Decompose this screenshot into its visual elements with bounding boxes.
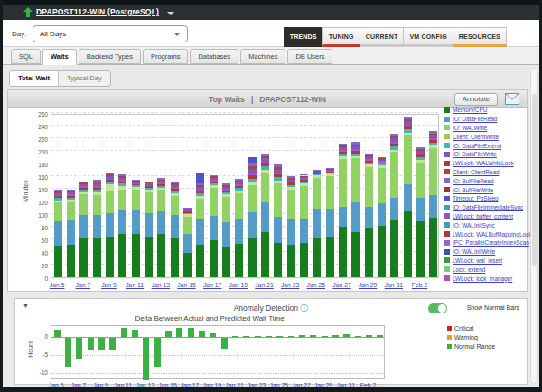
- wait-bar-segment[interactable]: [157, 188, 165, 191]
- subtab-programs[interactable]: Programs: [143, 49, 189, 64]
- wait-bar-segment[interactable]: [183, 234, 192, 253]
- anomaly-bar[interactable]: [299, 335, 305, 337]
- wait-bar-segment[interactable]: [93, 186, 101, 188]
- wait-bar-segment[interactable]: [313, 238, 321, 277]
- legend-link[interactable]: Client: ClientWrite: [453, 134, 499, 140]
- legend-item[interactable]: LWLock: lock_manager: [444, 274, 531, 283]
- wait-bar-segment[interactable]: [157, 190, 165, 210]
- wait-bar-segment[interactable]: [351, 149, 360, 151]
- wait-bar-segment[interactable]: [248, 157, 257, 163]
- wait-bar-segment[interactable]: [235, 182, 243, 184]
- anomaly-bar[interactable]: [210, 333, 216, 337]
- x-tick-label[interactable]: Jan 21: [255, 282, 273, 288]
- wait-bar-segment[interactable]: [67, 190, 75, 191]
- wait-bar-segment[interactable]: [222, 197, 230, 222]
- wait-bar-segment[interactable]: [222, 247, 230, 277]
- legend-item[interactable]: IO: BufFileRead: [444, 176, 531, 185]
- wait-bar-segment[interactable]: [390, 136, 398, 139]
- wait-bar-segment[interactable]: [300, 182, 308, 183]
- wait-bar-segment[interactable]: [261, 158, 269, 161]
- wait-bar-segment[interactable]: [132, 182, 140, 183]
- wait-bar-segment[interactable]: [93, 183, 101, 186]
- wait-bar-segment[interactable]: [210, 180, 218, 182]
- wait-bar-segment[interactable]: [235, 244, 243, 277]
- wait-bar-segment[interactable]: [171, 191, 179, 193]
- wait-bar-segment[interactable]: [261, 166, 269, 170]
- wait-bar-segment[interactable]: [54, 196, 62, 198]
- subtab-sql[interactable]: SQL: [11, 49, 41, 64]
- wait-bar-segment[interactable]: [326, 171, 334, 172]
- wait-bar-segment[interactable]: [67, 198, 75, 200]
- wait-bar-segment[interactable]: [79, 186, 88, 188]
- anomaly-bar[interactable]: [121, 328, 127, 337]
- main-tab-tuning[interactable]: TUNING: [322, 27, 360, 47]
- wait-bar-segment[interactable]: [339, 159, 347, 207]
- wait-bar-segment[interactable]: [235, 188, 243, 191]
- wait-bar-segment[interactable]: [106, 213, 114, 237]
- wait-bar-segment[interactable]: [404, 125, 412, 126]
- legend-link[interactable]: IO: DataFileImmediateSync: [453, 204, 523, 210]
- wait-bar-segment[interactable]: [416, 157, 425, 160]
- x-tick-label[interactable]: Jan 5: [50, 282, 65, 288]
- wait-bar-segment[interactable]: [326, 173, 334, 176]
- wait-bar-segment[interactable]: [106, 176, 114, 178]
- anomaly-bar[interactable]: [255, 336, 261, 337]
- wait-bar-segment[interactable]: [235, 184, 243, 186]
- wait-bar-segment[interactable]: [183, 214, 192, 217]
- x-tick-label[interactable]: Jan 19: [229, 282, 248, 288]
- wait-bar-segment[interactable]: [67, 220, 75, 245]
- legend-item[interactable]: Memory/CPU: [444, 106, 531, 115]
- wait-bar-segment[interactable]: [210, 176, 218, 178]
- wait-bar-segment[interactable]: [79, 190, 88, 191]
- x-tick-label[interactable]: Jan 15: [177, 282, 195, 288]
- wait-bar-segment[interactable]: [210, 178, 218, 180]
- wait-bar-segment[interactable]: [183, 217, 192, 234]
- wait-bar-segment[interactable]: [313, 178, 321, 209]
- wait-bar-segment[interactable]: [339, 154, 347, 156]
- wait-bar-segment[interactable]: [196, 187, 204, 189]
- anomaly-bar[interactable]: [132, 330, 138, 337]
- wait-bar-segment[interactable]: [196, 191, 204, 193]
- wait-bar-segment[interactable]: [378, 160, 386, 162]
- anomaly-bar[interactable]: [310, 335, 316, 337]
- wait-bar-segment[interactable]: [416, 160, 425, 163]
- wait-bar-segment[interactable]: [67, 194, 75, 196]
- wait-bar-segment[interactable]: [365, 161, 373, 163]
- wait-bar-segment[interactable]: [351, 142, 360, 144]
- wait-bar-segment[interactable]: [274, 164, 282, 167]
- legend-link[interactable]: Client: ClientRead: [453, 169, 500, 175]
- legend-link[interactable]: LWLock: WALWriteLock: [453, 160, 514, 166]
- wait-bar-segment[interactable]: [261, 154, 269, 156]
- wait-bar-segment[interactable]: [210, 240, 218, 277]
- wait-bar-segment[interactable]: [171, 215, 179, 239]
- view-toggle-typical-day[interactable]: Typical Day: [59, 71, 110, 86]
- anomaly-bar[interactable]: [288, 336, 294, 337]
- wait-bar-segment[interactable]: [157, 181, 165, 182]
- wait-bar-segment[interactable]: [106, 191, 114, 213]
- anomaly-bar[interactable]: [188, 328, 194, 337]
- wait-bar-segment[interactable]: [300, 180, 308, 182]
- wait-bar-segment[interactable]: [145, 183, 153, 185]
- wait-bar-segment[interactable]: [365, 159, 373, 161]
- x-tick-label[interactable]: Jan 13: [152, 282, 170, 288]
- wait-bar-segment[interactable]: [79, 194, 88, 215]
- wait-bar-segment[interactable]: [132, 180, 140, 181]
- wait-bar-segment[interactable]: [145, 213, 153, 238]
- legend-link[interactable]: Timeout: PgSleep: [453, 195, 499, 201]
- wait-bar-segment[interactable]: [429, 195, 437, 218]
- legend-item[interactable]: IPC: ParallelCreateIndexScan: [444, 238, 531, 247]
- wait-bar-segment[interactable]: [248, 173, 257, 175]
- wait-bar-segment[interactable]: [118, 176, 126, 178]
- wait-bar-segment[interactable]: [54, 190, 62, 191]
- legend-item[interactable]: IO: DataFileImmediateSync: [444, 203, 531, 212]
- x-tick-label[interactable]: Jan 25: [307, 282, 325, 288]
- anomaly-bar[interactable]: [109, 338, 116, 350]
- wait-bar-segment[interactable]: [132, 234, 140, 277]
- legend-item[interactable]: IO: DataFileExtend: [444, 141, 531, 150]
- wait-bar-segment[interactable]: [210, 188, 218, 217]
- x-tick-label[interactable]: Jan 7: [76, 282, 91, 288]
- scrollbar-track[interactable]: [530, 68, 538, 384]
- wait-bar-segment[interactable]: [79, 192, 88, 195]
- wait-bar-segment[interactable]: [157, 182, 165, 183]
- wait-bar-segment[interactable]: [429, 134, 437, 135]
